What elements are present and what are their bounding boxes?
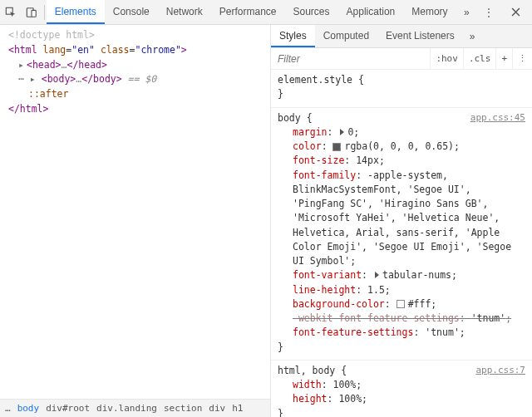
breadcrumb-item[interactable]: … xyxy=(5,403,11,414)
subtab-computed[interactable]: Computed xyxy=(315,25,377,47)
tab-network[interactable]: Network xyxy=(158,0,211,24)
css-declaration[interactable]: color: rgba(0, 0, 0, 0.65); xyxy=(278,140,525,154)
device-toolbar-icon[interactable] xyxy=(21,1,42,24)
css-declaration[interactable]: font-size: 14px; xyxy=(278,154,525,168)
style-rule[interactable]: app.css:45body {margin: 0;color: rgba(0,… xyxy=(271,108,532,361)
style-rule[interactable]: element.style {} xyxy=(271,70,532,108)
cls-toggle[interactable]: .cls xyxy=(463,48,496,69)
tab-sources[interactable]: Sources xyxy=(285,0,338,24)
css-declaration[interactable]: font-family: -apple-system, BlinkMacSyst… xyxy=(278,169,525,269)
breadcrumb: …bodydiv#rootdiv.landingsectiondivh1 xyxy=(0,399,270,417)
close-devtools-icon[interactable] xyxy=(504,1,527,24)
tab-performance[interactable]: Performance xyxy=(211,0,285,24)
inspect-element-icon[interactable] xyxy=(0,1,21,24)
tab-console[interactable]: Console xyxy=(105,0,158,24)
source-link[interactable]: app.css:45 xyxy=(470,111,525,125)
tab-memory[interactable]: Memory xyxy=(403,0,456,24)
html-close-tag[interactable]: </html> xyxy=(8,102,270,117)
breadcrumb-item[interactable]: div xyxy=(209,403,225,414)
devtools-toolbar: ElementsConsoleNetworkPerformanceSources… xyxy=(0,0,532,25)
tab-elements[interactable]: Elements xyxy=(47,0,105,24)
html-open-tag[interactable]: <html lang="en" class="chrome"> xyxy=(8,43,270,58)
subtabs-overflow-icon[interactable]: » xyxy=(463,31,482,42)
css-declaration[interactable]: background-color: #fff; xyxy=(278,297,525,312)
styles-more-icon[interactable]: ⋮ xyxy=(512,48,532,69)
breadcrumb-item[interactable]: section xyxy=(164,403,202,414)
tab-application[interactable]: Application xyxy=(338,0,404,24)
css-declaration[interactable]: -webkit-font-feature-settings: 'tnum'; xyxy=(278,312,525,326)
styles-subtabs: StylesComputedEvent Listeners» xyxy=(271,25,532,48)
css-declaration[interactable]: font-variant: tabular-nums; xyxy=(278,268,525,282)
breadcrumb-item[interactable]: body xyxy=(17,403,40,414)
css-declaration[interactable]: line-height: 1.5; xyxy=(278,283,525,297)
body-node-selected[interactable]: ⋯ ▸ <body>…</body> == $0 xyxy=(8,72,270,87)
tabs-overflow-icon[interactable]: » xyxy=(456,7,477,18)
after-pseudo-node[interactable]: ::after xyxy=(8,87,270,102)
breadcrumb-item[interactable]: div.landing xyxy=(96,403,157,414)
css-declaration[interactable]: font-feature-settings: 'tnum'; xyxy=(278,326,525,340)
style-rules-list: element.style {}app.css:45body {margin: … xyxy=(271,70,532,417)
subtab-styles[interactable]: Styles xyxy=(271,25,315,47)
css-declaration[interactable]: width: 100%; xyxy=(278,378,525,392)
subtab-event-listeners[interactable]: Event Listeners xyxy=(377,25,463,47)
source-link[interactable]: app.css:7 xyxy=(475,364,525,378)
breadcrumb-item[interactable]: h1 xyxy=(232,403,243,414)
doctype-node[interactable]: <!doctype html> xyxy=(8,29,95,41)
new-rule-button[interactable]: + xyxy=(495,48,512,69)
dom-tree[interactable]: <!doctype html> <html lang="en" class="c… xyxy=(0,25,270,399)
settings-kebab-icon[interactable]: ⋮ xyxy=(477,1,500,24)
style-rule[interactable]: app.css:7html, body {width: 100%;height:… xyxy=(271,361,532,417)
svg-rect-2 xyxy=(32,10,36,17)
css-declaration[interactable]: margin: 0; xyxy=(278,125,525,140)
hov-toggle[interactable]: :hov xyxy=(430,48,463,69)
styles-filter-input[interactable] xyxy=(271,48,430,69)
head-node[interactable]: ▸<head>…</head> xyxy=(8,58,270,73)
styles-filter-bar: :hov .cls + ⋮ xyxy=(271,48,532,70)
css-declaration[interactable]: height: 100%; xyxy=(278,392,525,406)
breadcrumb-item[interactable]: div#root xyxy=(46,403,90,414)
